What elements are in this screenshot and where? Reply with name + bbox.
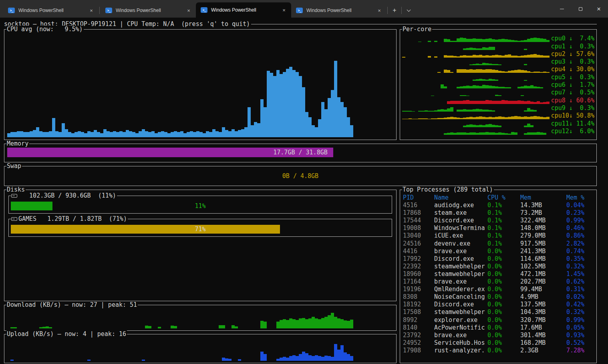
tab-close-icon[interactable]: × (184, 6, 193, 15)
core-sparkline (402, 112, 550, 119)
process-cell: ServiceHub.Hos (434, 339, 487, 347)
core-sparkline (402, 66, 550, 73)
column-header: Mem (520, 194, 566, 202)
tab-title: Windows PowerShell (116, 8, 184, 13)
process-cell: 148.0MB (520, 224, 566, 232)
process-cell: WindowsTermina (434, 224, 487, 232)
process-row: 17908rust-analyzer.0.0%2.3GB7.28% (403, 347, 595, 354)
process-cell: 0.1% (487, 209, 520, 217)
core-label: cpu2 ↓ 57.6% (550, 50, 594, 58)
process-cell: 17908 (403, 347, 434, 354)
per-core-title: Per-core (402, 26, 432, 33)
upload-panel: Upload (KB/s) — now: 4 | peak: 16 (4, 334, 397, 363)
disk-c-gauge: 11% (11, 202, 390, 210)
core-row-cpu0: cpu0 ↓ 7.4% (401, 34, 595, 42)
process-cell: QmlRenderer.ex (434, 286, 487, 293)
maximize-icon (579, 7, 582, 11)
process-cell: 279.0MB (520, 232, 566, 240)
process-cell: 24952 (403, 339, 434, 347)
process-cell: 73.2MB (520, 209, 566, 217)
tab-close-icon[interactable]: × (87, 6, 96, 15)
process-row: 17992Discord.exe0.0%114.6MB0.35% (403, 255, 595, 263)
process-cell: 18960 (403, 270, 434, 278)
core-label: cpu5 ↓ 0.3% (550, 74, 594, 81)
process-cell: 0.99% (566, 316, 595, 324)
process-row: 17544Discord.exe0.1%322.4MB0.99% (403, 217, 595, 224)
process-row: 18960steamwebhelper0.0%472.1MB1.45% (403, 270, 595, 278)
tab-4[interactable]: >_Windows PowerShell× (291, 3, 387, 18)
process-row: 24516devenv.exe0.1%917.5MB2.82% (403, 240, 595, 248)
core-sparkline (402, 89, 550, 96)
memory-title: Memory (6, 140, 29, 148)
tab-dropdown-button[interactable] (403, 5, 415, 16)
tab-close-icon[interactable]: × (374, 6, 384, 15)
process-cell: 0.0% (487, 324, 520, 332)
process-cell: 4516 (403, 202, 434, 209)
process-cell: 0.04% (566, 202, 595, 209)
process-cell: 2.3GB (520, 347, 566, 354)
core-row-cpu9: cpu9 ↓ 0.3% (401, 104, 595, 112)
tab-2[interactable]: >_Windows PowerShell× (101, 3, 196, 18)
process-cell: 0.42% (566, 301, 595, 308)
tab-3[interactable]: >_Windows PowerShell× (196, 2, 291, 18)
process-cell: 1.45% (566, 270, 595, 278)
tab-separator (387, 7, 388, 14)
process-cell: 0.1% (487, 217, 520, 224)
process-row: 19008WindowsTermina0.1%148.0MB0.46% (403, 224, 595, 232)
close-button[interactable]: × (590, 0, 608, 18)
tab-1[interactable]: >_Windows PowerShell× (3, 3, 99, 18)
process-cell: 99.4MB (520, 286, 566, 293)
process-cell: 0.1% (487, 224, 520, 232)
core-label: cpu10↓ 50.8% (550, 112, 594, 119)
process-cell: 0.93% (566, 332, 595, 339)
core-row-cpu2: cpu2 ↓ 57.6% (401, 50, 595, 58)
process-row: 17164brave.exe0.0%202.7MB0.62% (403, 278, 595, 286)
process-row: 17868steam.exe0.1%73.2MB0.23% (403, 209, 595, 217)
process-cell: 14.3MB (520, 202, 566, 209)
process-cell: rust-analyzer. (434, 347, 487, 354)
core-row-cpu11: cpu11↓ 11.4% (401, 119, 595, 127)
process-cell: devenv.exe (434, 240, 487, 248)
process-cell: 0.35% (566, 255, 595, 263)
process-row: 8308NoiseCanceling0.0%4.9MB0.02% (403, 293, 595, 301)
tab-close-icon[interactable]: × (279, 6, 289, 14)
core-sparkline (402, 81, 550, 88)
process-cell: 0.99% (566, 217, 595, 224)
minimize-button[interactable] (553, 0, 571, 18)
tab-title: Windows PowerShell (18, 8, 87, 13)
disk-games-gauge: 71% (11, 225, 390, 234)
process-cell: 17544 (403, 217, 434, 224)
disk-games-panel: GAMES 1.29TB / 1.82TB (71%) 71% (8, 219, 392, 237)
process-row: 8992explorer.exe0.0%320.7MB0.99% (403, 316, 595, 324)
memory-gauge-label: 17.7GB / 31.8GB (7, 148, 594, 157)
process-cell: 8140 (403, 324, 434, 332)
process-cell: steamwebhelper (434, 263, 487, 270)
terminal-screen[interactable]: socktop — host: DESKTOP-9P19121 | CPU Te… (0, 18, 608, 364)
new-tab-button[interactable]: + (389, 5, 401, 16)
core-label: cpu12↓ 6.0% (550, 128, 594, 135)
process-row: 22392steamwebhelper0.0%102.5MB0.32% (403, 263, 595, 270)
process-cell: AcPowerNotific (434, 324, 487, 332)
process-cell: 0.0% (487, 278, 520, 286)
process-cell: 19008 (403, 224, 434, 232)
app-header: socktop — host: DESKTOP-9P19121 | CPU Te… (4, 20, 597, 28)
core-label: cpu4 ↓ 30.0% (550, 66, 594, 73)
column-header: Mem % (566, 194, 595, 202)
powershell-icon: >_ (296, 8, 303, 13)
process-cell: 0.1% (487, 240, 520, 248)
cpu-avg-panel: CPU avg (now: 9.5%) (4, 29, 397, 140)
tab-separator (401, 7, 402, 14)
core-row-cpu7: cpu7 ↓ 0.5% (401, 88, 595, 96)
process-cell: 8308 (403, 293, 434, 301)
process-cell: 0.0% (487, 332, 520, 339)
core-sparkline (402, 50, 550, 58)
powershell-icon: >_ (105, 8, 112, 13)
disk-icon (11, 217, 17, 221)
process-cell: Discord.exe (434, 301, 487, 308)
process-cell: 0.74% (566, 248, 595, 255)
process-cell: 7.28% (566, 347, 595, 354)
maximize-button[interactable] (571, 0, 590, 18)
process-cell: Discord.exe (434, 255, 487, 263)
core-sparkline (402, 43, 550, 50)
process-cell: 0.23% (566, 209, 595, 217)
